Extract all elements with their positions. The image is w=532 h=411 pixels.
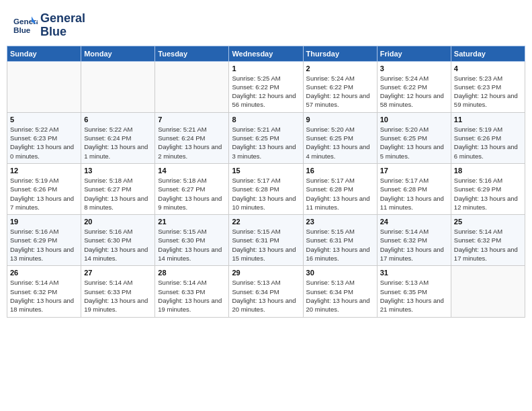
- day-number: 7: [158, 116, 226, 124]
- day-info: Sunrise: 5:20 AM Sunset: 6:25 PM Dayligh…: [306, 125, 374, 161]
- calendar-cell: 2Sunrise: 5:24 AM Sunset: 6:22 PM Daylig…: [303, 61, 377, 112]
- day-number: 5: [10, 116, 78, 124]
- day-info: Sunrise: 5:18 AM Sunset: 6:27 PM Dayligh…: [84, 176, 152, 212]
- day-info: Sunrise: 5:14 AM Sunset: 6:33 PM Dayligh…: [84, 278, 152, 314]
- calendar-cell: 25Sunrise: 5:14 AM Sunset: 6:32 PM Dayli…: [451, 215, 525, 266]
- day-number: 6: [84, 116, 152, 124]
- calendar-cell: 7Sunrise: 5:21 AM Sunset: 6:24 PM Daylig…: [155, 112, 229, 163]
- day-info: Sunrise: 5:14 AM Sunset: 6:32 PM Dayligh…: [380, 227, 448, 263]
- calendar-cell: [7, 61, 81, 112]
- calendar-cell: 28Sunrise: 5:14 AM Sunset: 6:33 PM Dayli…: [155, 266, 229, 317]
- calendar-cell: 19Sunrise: 5:16 AM Sunset: 6:29 PM Dayli…: [7, 215, 81, 266]
- calendar-cell: 24Sunrise: 5:14 AM Sunset: 6:32 PM Dayli…: [377, 215, 451, 266]
- day-number: 21: [158, 218, 226, 226]
- day-number: 27: [84, 269, 152, 277]
- day-number: 26: [10, 269, 78, 277]
- day-info: Sunrise: 5:14 AM Sunset: 6:32 PM Dayligh…: [454, 227, 522, 263]
- day-info: Sunrise: 5:16 AM Sunset: 6:29 PM Dayligh…: [10, 227, 78, 263]
- week-row-0: 1Sunrise: 5:25 AM Sunset: 6:22 PM Daylig…: [7, 61, 525, 112]
- day-info: Sunrise: 5:19 AM Sunset: 6:26 PM Dayligh…: [10, 176, 78, 212]
- week-row-3: 19Sunrise: 5:16 AM Sunset: 6:29 PM Dayli…: [7, 215, 525, 266]
- day-info: Sunrise: 5:13 AM Sunset: 6:34 PM Dayligh…: [306, 278, 374, 314]
- day-info: Sunrise: 5:21 AM Sunset: 6:25 PM Dayligh…: [232, 125, 300, 161]
- day-info: Sunrise: 5:22 AM Sunset: 6:24 PM Dayligh…: [84, 125, 152, 161]
- calendar-cell: 5Sunrise: 5:22 AM Sunset: 6:23 PM Daylig…: [7, 112, 81, 163]
- calendar-cell: [155, 61, 229, 112]
- day-number: 11: [454, 116, 522, 124]
- calendar-cell: [81, 61, 155, 112]
- day-number: 15: [232, 167, 300, 175]
- day-number: 20: [84, 218, 152, 226]
- day-info: Sunrise: 5:13 AM Sunset: 6:34 PM Dayligh…: [232, 278, 300, 314]
- day-info: Sunrise: 5:20 AM Sunset: 6:25 PM Dayligh…: [380, 125, 448, 161]
- week-row-4: 26Sunrise: 5:14 AM Sunset: 6:32 PM Dayli…: [7, 266, 525, 317]
- calendar-cell: 15Sunrise: 5:17 AM Sunset: 6:28 PM Dayli…: [229, 163, 303, 214]
- day-number: 9: [306, 116, 374, 124]
- calendar-cell: 27Sunrise: 5:14 AM Sunset: 6:33 PM Dayli…: [81, 266, 155, 317]
- logo-text-line1: General: [40, 12, 85, 26]
- day-info: Sunrise: 5:24 AM Sunset: 6:22 PM Dayligh…: [306, 74, 374, 109]
- weekday-header-sunday: Sunday: [7, 46, 81, 61]
- calendar-cell: 23Sunrise: 5:15 AM Sunset: 6:31 PM Dayli…: [303, 215, 377, 266]
- day-number: 30: [306, 269, 374, 277]
- week-row-1: 5Sunrise: 5:22 AM Sunset: 6:23 PM Daylig…: [7, 112, 525, 163]
- day-number: 29: [232, 269, 300, 277]
- day-number: 12: [10, 167, 78, 175]
- day-number: 17: [380, 167, 448, 175]
- day-number: 28: [158, 269, 226, 277]
- calendar-cell: 4Sunrise: 5:23 AM Sunset: 6:23 PM Daylig…: [451, 61, 525, 112]
- page-header: General Blue General Blue: [7, 7, 525, 42]
- calendar-cell: 9Sunrise: 5:20 AM Sunset: 6:25 PM Daylig…: [303, 112, 377, 163]
- day-info: Sunrise: 5:15 AM Sunset: 6:31 PM Dayligh…: [306, 227, 374, 263]
- day-number: 22: [232, 218, 300, 226]
- day-info: Sunrise: 5:21 AM Sunset: 6:24 PM Dayligh…: [158, 125, 226, 161]
- day-number: 14: [158, 167, 226, 175]
- day-info: Sunrise: 5:15 AM Sunset: 6:31 PM Dayligh…: [232, 227, 300, 263]
- weekday-header-friday: Friday: [377, 46, 451, 61]
- weekday-header-monday: Monday: [81, 46, 155, 61]
- calendar-cell: 18Sunrise: 5:16 AM Sunset: 6:29 PM Dayli…: [451, 163, 525, 214]
- day-info: Sunrise: 5:16 AM Sunset: 6:29 PM Dayligh…: [454, 176, 522, 212]
- calendar-cell: 6Sunrise: 5:22 AM Sunset: 6:24 PM Daylig…: [81, 112, 155, 163]
- calendar-cell: 17Sunrise: 5:17 AM Sunset: 6:28 PM Dayli…: [377, 163, 451, 214]
- calendar-cell: 3Sunrise: 5:24 AM Sunset: 6:22 PM Daylig…: [377, 61, 451, 112]
- day-info: Sunrise: 5:23 AM Sunset: 6:23 PM Dayligh…: [454, 74, 522, 109]
- weekday-header-thursday: Thursday: [303, 46, 377, 61]
- day-number: 25: [454, 218, 522, 226]
- day-number: 16: [306, 167, 374, 175]
- calendar-cell: 14Sunrise: 5:18 AM Sunset: 6:27 PM Dayli…: [155, 163, 229, 214]
- weekday-header-wednesday: Wednesday: [229, 46, 303, 61]
- day-number: 4: [454, 64, 522, 73]
- day-info: Sunrise: 5:14 AM Sunset: 6:33 PM Dayligh…: [158, 278, 226, 314]
- day-number: 10: [380, 116, 448, 124]
- calendar-cell: 26Sunrise: 5:14 AM Sunset: 6:32 PM Dayli…: [7, 266, 81, 317]
- calendar-cell: 1Sunrise: 5:25 AM Sunset: 6:22 PM Daylig…: [229, 61, 303, 112]
- logo: General Blue General Blue: [13, 12, 85, 39]
- logo-icon: General Blue: [13, 13, 38, 38]
- day-number: 24: [380, 218, 448, 226]
- calendar-cell: 12Sunrise: 5:19 AM Sunset: 6:26 PM Dayli…: [7, 163, 81, 214]
- calendar-table: SundayMondayTuesdayWednesdayThursdayFrid…: [7, 46, 525, 318]
- day-number: 3: [380, 64, 448, 73]
- calendar-cell: 8Sunrise: 5:21 AM Sunset: 6:25 PM Daylig…: [229, 112, 303, 163]
- calendar-cell: 30Sunrise: 5:13 AM Sunset: 6:34 PM Dayli…: [303, 266, 377, 317]
- week-row-2: 12Sunrise: 5:19 AM Sunset: 6:26 PM Dayli…: [7, 163, 525, 214]
- day-number: 18: [454, 167, 522, 175]
- day-info: Sunrise: 5:19 AM Sunset: 6:26 PM Dayligh…: [454, 125, 522, 161]
- day-number: 8: [232, 116, 300, 124]
- calendar-cell: 22Sunrise: 5:15 AM Sunset: 6:31 PM Dayli…: [229, 215, 303, 266]
- weekday-header-saturday: Saturday: [451, 46, 525, 61]
- day-info: Sunrise: 5:18 AM Sunset: 6:27 PM Dayligh…: [158, 176, 226, 212]
- calendar-cell: 29Sunrise: 5:13 AM Sunset: 6:34 PM Dayli…: [229, 266, 303, 317]
- day-number: 31: [380, 269, 448, 277]
- day-info: Sunrise: 5:15 AM Sunset: 6:30 PM Dayligh…: [158, 227, 226, 263]
- day-info: Sunrise: 5:24 AM Sunset: 6:22 PM Dayligh…: [380, 74, 448, 109]
- day-info: Sunrise: 5:22 AM Sunset: 6:23 PM Dayligh…: [10, 125, 78, 161]
- day-info: Sunrise: 5:17 AM Sunset: 6:28 PM Dayligh…: [306, 176, 374, 212]
- day-info: Sunrise: 5:14 AM Sunset: 6:32 PM Dayligh…: [10, 278, 78, 314]
- logo-text-line2: Blue: [40, 26, 85, 39]
- day-number: 19: [10, 218, 78, 226]
- day-info: Sunrise: 5:25 AM Sunset: 6:22 PM Dayligh…: [232, 74, 300, 109]
- calendar-cell: 31Sunrise: 5:13 AM Sunset: 6:35 PM Dayli…: [377, 266, 451, 317]
- day-number: 23: [306, 218, 374, 226]
